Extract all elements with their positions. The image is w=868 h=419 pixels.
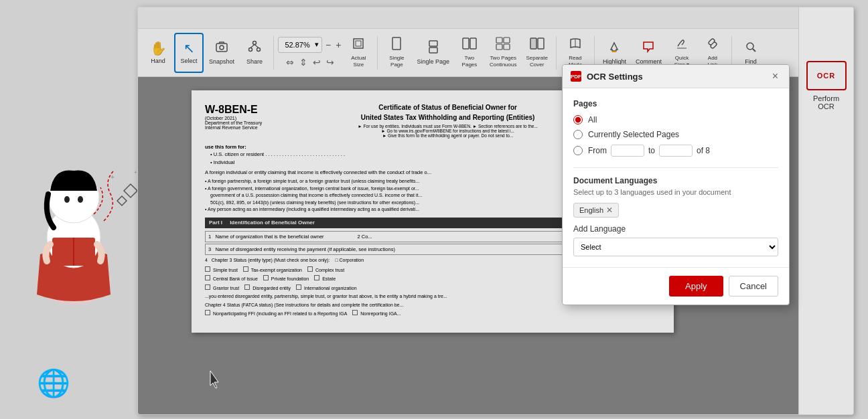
- radio-currently-selected[interactable]: Currently Selected Pages: [573, 130, 778, 139]
- radio-currently-selected-input[interactable]: [573, 130, 583, 139]
- apply-button[interactable]: Apply: [669, 276, 723, 297]
- pages-radio-group: All Currently Selected Pages From: [573, 115, 778, 157]
- lang-tag-english: English ✕: [573, 203, 619, 218]
- lang-tag-english-label: English: [579, 206, 603, 214]
- dialog-footer: Apply Cancel: [563, 267, 789, 305]
- dialog-divider: [573, 167, 778, 168]
- dialog-title-text: OCR Settings: [587, 72, 643, 82]
- radio-from-row: From to of 8: [573, 145, 778, 157]
- of-label: of 8: [697, 146, 710, 155]
- lang-tag-row: English ✕: [573, 203, 778, 218]
- app-window: ✋ Hand ↖ Select Snapshot Share: [137, 7, 854, 415]
- radio-all[interactable]: All: [573, 115, 778, 124]
- pages-section-label: Pages: [573, 99, 778, 108]
- add-language-select[interactable]: Select Spanish French German Chinese: [573, 238, 778, 256]
- to-label: to: [648, 146, 655, 155]
- radio-all-input[interactable]: [573, 115, 583, 124]
- ocr-settings-dialog: PDF OCR Settings × Pages All: [562, 64, 790, 305]
- radio-currently-selected-label: Currently Selected Pages: [588, 130, 679, 139]
- add-lang-label: Add Language: [573, 224, 778, 234]
- dialog-title-icon: PDF: [571, 71, 581, 82]
- dialog-title-bar: PDF OCR Settings ×: [563, 65, 789, 88]
- doc-lang-sublabel: Select up to 3 languages used in your do…: [573, 188, 778, 196]
- from-value-input[interactable]: [611, 145, 644, 157]
- globe-icon: 🌐: [37, 367, 70, 399]
- radio-all-label: All: [588, 115, 597, 124]
- svg-text:+: +: [111, 173, 115, 181]
- svg-marker-8: [117, 196, 127, 205]
- cursor: [208, 369, 224, 392]
- to-value-input[interactable]: [659, 145, 693, 157]
- svg-marker-7: [124, 184, 137, 197]
- illustration: + +: [0, 67, 147, 335]
- from-label: From: [588, 146, 607, 155]
- radio-from-input[interactable]: [573, 146, 583, 155]
- dialog-overlay: PDF OCR Settings × Pages All: [138, 7, 853, 414]
- svg-point-3: [64, 196, 70, 203]
- doc-lang-label: Document Languages: [573, 176, 778, 185]
- cancel-button[interactable]: Cancel: [729, 276, 778, 297]
- dialog-body: Pages All Currently Selected Pages: [563, 88, 789, 267]
- lang-tag-close-english[interactable]: ✕: [606, 205, 613, 215]
- svg-point-4: [78, 196, 83, 203]
- dialog-close-button[interactable]: ×: [770, 70, 781, 82]
